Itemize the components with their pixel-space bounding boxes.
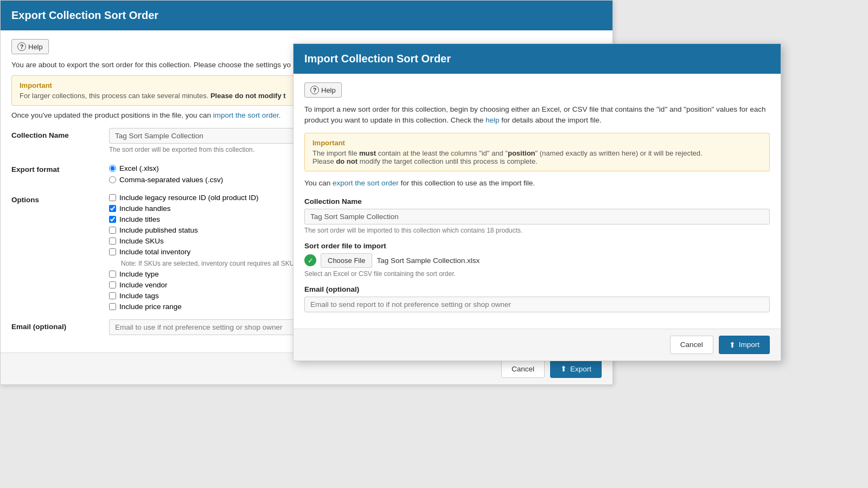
- import-upload-icon: ⬆: [729, 341, 736, 349]
- export-sort-order-link[interactable]: export the sort order: [333, 179, 399, 187]
- import-collection-name-label: Collection Name: [304, 197, 770, 206]
- option-vendor-checkbox[interactable]: [109, 281, 116, 288]
- help-icon: ?: [17, 42, 26, 51]
- import-warning-text: The import file must contain at the leas…: [312, 149, 762, 165]
- import-sort-order-link[interactable]: import the sort order.: [213, 111, 281, 119]
- import-description: To import a new sort order for this coll…: [304, 104, 770, 126]
- collection-name-label: Collection Name: [11, 128, 109, 139]
- file-upload-row: ✓ Choose File Tag Sort Sample Collection…: [304, 253, 770, 268]
- option-price-range-checkbox[interactable]: [109, 303, 116, 310]
- choose-file-button[interactable]: Choose File: [321, 253, 372, 268]
- import-collection-hint: The sort order will be imported to this …: [304, 227, 770, 234]
- collection-name-input[interactable]: [109, 128, 315, 144]
- import-collection-name-row: Collection Name The sort order will be i…: [304, 197, 770, 234]
- selected-file-name: Tag Sort Sample Collection.xlsx: [376, 256, 480, 265]
- import-button[interactable]: ⬆ Import: [719, 336, 770, 354]
- export-cancel-button[interactable]: Cancel: [501, 359, 545, 378]
- email-label: Email (optional): [11, 319, 109, 331]
- file-success-icon: ✓: [304, 254, 316, 266]
- format-excel-radio[interactable]: [109, 165, 116, 172]
- options-label: Options: [11, 192, 109, 204]
- import-email-input[interactable]: [304, 297, 770, 312]
- import-warning-box: Important The import file must contain a…: [304, 133, 770, 171]
- import-collection-name-input[interactable]: [304, 209, 770, 224]
- help-icon-import: ?: [310, 86, 319, 94]
- option-handles-checkbox[interactable]: [109, 205, 116, 212]
- option-titles-checkbox[interactable]: [109, 216, 116, 223]
- option-published-status-checkbox[interactable]: [109, 227, 116, 234]
- export-format-label: Export format: [11, 162, 109, 174]
- import-title: Import Collection Sort Order: [293, 44, 781, 74]
- option-tags-checkbox[interactable]: [109, 292, 116, 299]
- option-skus-checkbox[interactable]: [109, 237, 116, 245]
- email-input[interactable]: [109, 319, 315, 335]
- import-email-label: Email (optional): [304, 285, 770, 293]
- import-export-link-desc: You can export the sort order for this c…: [304, 178, 770, 189]
- option-total-inventory-checkbox[interactable]: [109, 248, 116, 255]
- export-button[interactable]: ⬆ Export: [550, 359, 602, 378]
- option-legacy-id-checkbox[interactable]: [109, 194, 116, 201]
- export-title: Export Collection Sort Order: [1, 1, 612, 30]
- upload-icon: ⬆: [560, 364, 567, 373]
- export-help-button[interactable]: ? Help: [11, 39, 49, 54]
- import-email-row: Email (optional): [304, 285, 770, 312]
- import-footer: Cancel ⬆ Import: [293, 329, 781, 361]
- format-csv-radio[interactable]: [109, 176, 116, 183]
- sort-file-row: Sort order file to import ✓ Choose File …: [304, 242, 770, 278]
- import-panel: Import Collection Sort Order ? Help To i…: [293, 43, 781, 361]
- import-help-button[interactable]: ? Help: [304, 82, 342, 98]
- sort-file-label: Sort order file to import: [304, 242, 770, 250]
- import-warning-title: Important: [312, 139, 762, 147]
- option-type-checkbox[interactable]: [109, 271, 116, 278]
- import-help-link[interactable]: help: [486, 116, 500, 124]
- import-cancel-button[interactable]: Cancel: [670, 336, 713, 354]
- file-hint: Select an Excel or CSV file containing t…: [304, 270, 770, 278]
